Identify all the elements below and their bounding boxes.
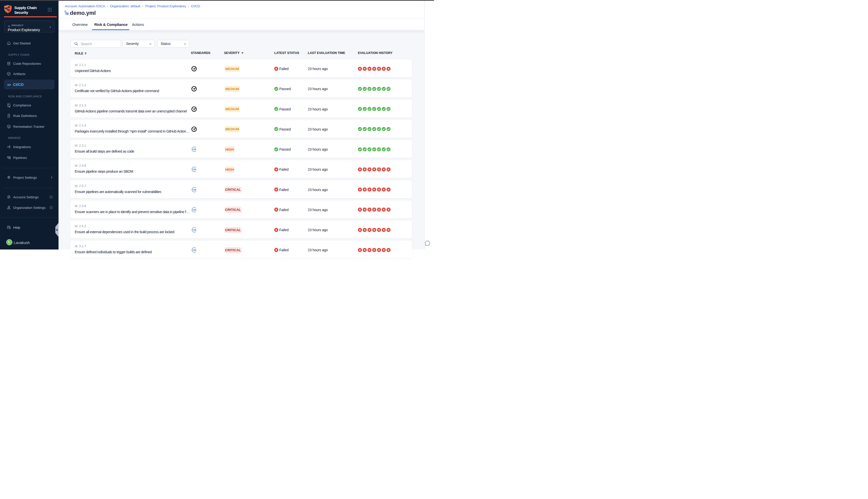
svg-text:?: ? bbox=[8, 226, 9, 228]
svg-text:CIS: CIS bbox=[193, 249, 196, 250]
svg-text:CIS: CIS bbox=[193, 229, 196, 231]
svg-text:CIS: CIS bbox=[193, 168, 196, 171]
svg-text:CIS: CIS bbox=[193, 209, 196, 211]
svg-text:CIS: CIS bbox=[193, 188, 196, 191]
svg-text:CIS: CIS bbox=[193, 148, 196, 150]
